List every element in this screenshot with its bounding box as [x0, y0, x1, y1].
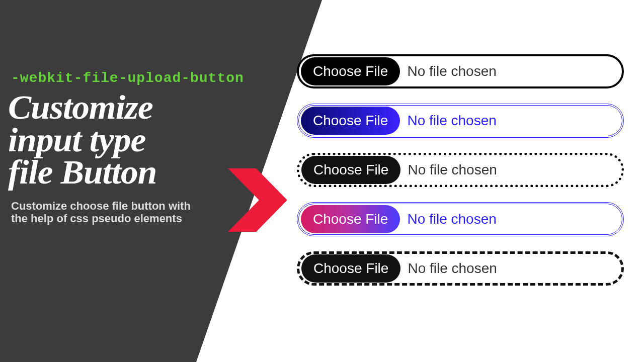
file-status-text: No file chosen [407, 211, 496, 227]
slide-stage: -webkit-file-upload-button Customize inp… [0, 0, 644, 362]
file-status-text: No file chosen [407, 63, 496, 79]
choose-file-button[interactable]: Choose File [301, 107, 400, 135]
file-status-text: No file chosen [408, 162, 497, 178]
slide-subtitle: Customize choose file button with the he… [11, 200, 202, 225]
slide-title: Customize input type file Button [8, 91, 310, 189]
file-status-text: No file chosen [408, 260, 497, 277]
title-line-3: file Button [8, 153, 156, 191]
file-input-variant-2[interactable]: Choose File No file chosen [297, 104, 624, 138]
file-input-variant-3[interactable]: Choose File No file chosen [297, 153, 624, 187]
choose-file-button[interactable]: Choose File [301, 57, 400, 85]
file-input-variant-1[interactable]: Choose File No file chosen [297, 54, 624, 88]
file-input-examples: Choose File No file chosen Choose File N… [297, 54, 624, 286]
choose-file-button[interactable]: Choose File [301, 205, 400, 233]
overline-code: -webkit-file-upload-button [11, 70, 307, 86]
file-input-variant-4[interactable]: Choose File No file chosen [297, 202, 624, 236]
choose-file-button[interactable]: Choose File [301, 156, 400, 184]
file-input-variant-5[interactable]: Choose File No file chosen [297, 251, 624, 286]
choose-file-button[interactable]: Choose File [301, 254, 400, 283]
file-status-text: No file chosen [407, 113, 496, 129]
left-panel: -webkit-file-upload-button Customize inp… [0, 0, 322, 362]
